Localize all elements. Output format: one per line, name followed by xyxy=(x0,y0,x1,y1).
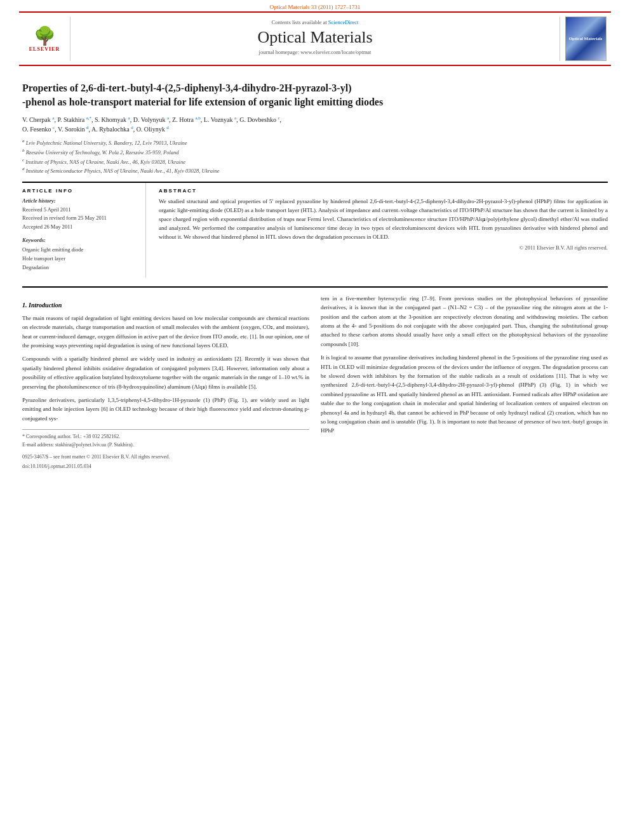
affiliation-a: a Lviv Polytechnic National University, … xyxy=(22,138,608,147)
journal-reference-bar: Optical Materials 33 (2011) 1727–1731 xyxy=(0,0,630,11)
intro-heading: 1. Introduction xyxy=(22,300,309,310)
right-para2: It is logical to assume that pyrazoline … xyxy=(321,353,608,436)
corresponding-author: * Corresponding author. Tel.: +38 032 25… xyxy=(22,433,309,441)
article-info-abstract-section: ARTICLE INFO Article history: Received 5… xyxy=(22,182,608,277)
affiliations: a Lviv Polytechnic National University, … xyxy=(22,138,608,175)
journal-cover-image: Optical Materials xyxy=(565,17,607,61)
keyword-2: Hole transport layer xyxy=(22,254,139,263)
article-history-label: Article history: xyxy=(22,197,139,204)
journal-cover-area: Optical Materials xyxy=(560,17,611,61)
journal-homepage: journal homepage: www.elsevier.com/locat… xyxy=(77,49,553,55)
body-left-col: 1. Introduction The main reasons of rapi… xyxy=(22,294,309,470)
affiliation-d: d Institute of Semiconductor Physics, NA… xyxy=(22,166,608,175)
intro-para1: The main reasons of rapid degradation of… xyxy=(22,314,309,350)
affiliation-b: b Rzeszów University of Technology, W. P… xyxy=(22,147,608,157)
body-right-col: tem in a five-member hyterocyclic ring [… xyxy=(321,294,608,470)
authors-line: V. Cherpak a, P. Stakhira a,*, S. Khomya… xyxy=(22,115,608,135)
abstract-col: ABSTRACT We studied structural and optic… xyxy=(156,183,608,277)
abstract-label: ABSTRACT xyxy=(159,188,608,194)
journal-title: Optical Materials xyxy=(77,28,553,47)
accepted-date: Accepted 26 May 2011 xyxy=(22,223,139,232)
journal-header-center: Contents lists available at ScienceDirec… xyxy=(70,17,560,61)
elsevier-logo-area: 🌳 ELSEVIER xyxy=(19,17,70,61)
abstract-copyright: © 2011 Elsevier B.V. All rights reserved… xyxy=(159,244,608,251)
keyword-3: Degradation xyxy=(22,263,139,272)
contents-line: Contents lists available at ScienceDirec… xyxy=(77,19,553,25)
email-line: E-mail address: stakhira@polynet.lviv.ua… xyxy=(22,441,309,450)
article-info-col: ARTICLE INFO Article history: Received 5… xyxy=(22,183,146,277)
elsevier-tree-icon: 🌳 xyxy=(34,25,56,46)
right-para1: tem in a five-member hyterocyclic ring [… xyxy=(321,294,608,349)
homepage-text: journal homepage: www.elsevier.com/locat… xyxy=(259,49,372,55)
journal-header: 🌳 ELSEVIER Contents lists available at S… xyxy=(19,11,611,66)
sciencedirect-link[interactable]: ScienceDirect xyxy=(328,19,359,25)
page: Optical Materials 33 (2011) 1727–1731 🌳 … xyxy=(0,0,630,840)
abstract-text: We studied structural and optical proper… xyxy=(159,197,608,242)
footnotes: * Corresponding author. Tel.: +38 032 25… xyxy=(22,429,309,470)
contents-text: Contents lists available at xyxy=(272,19,327,25)
intro-para2: Compounds with a spatially hindered phen… xyxy=(22,354,309,391)
cover-label: Optical Materials xyxy=(569,36,603,41)
article-info-label: ARTICLE INFO xyxy=(22,188,139,194)
keyword-1: Organic light emitting diode xyxy=(22,245,139,254)
keywords-label: Keywords: xyxy=(22,237,139,243)
body-two-col: 1. Introduction The main reasons of rapi… xyxy=(22,294,608,470)
copyright-footer: 0925-3467/$ – see front matter © 2011 El… xyxy=(22,453,309,462)
doi-line: doi:10.1016/j.optmat.2011.05.034 xyxy=(22,463,309,471)
received-date: Received 5 April 2011 xyxy=(22,206,139,215)
main-content: Properties of 2,6-di-tert.-butyl-4-(2,5-… xyxy=(0,66,630,477)
article-title: Properties of 2,6-di-tert.-butyl-4-(2,5-… xyxy=(22,81,608,110)
intro-para3: Pyrazoline derivatives, particularly 1,3… xyxy=(22,396,309,423)
journal-ref-text: Optical Materials 33 (2011) 1727–1731 xyxy=(270,4,361,10)
affiliation-c: c Institute of Physics, NAS of Ukraine, … xyxy=(22,157,608,166)
body-content: 1. Introduction The main reasons of rapi… xyxy=(22,286,608,470)
elsevier-label: ELSEVIER xyxy=(29,46,60,52)
revised-date: Received in revised form 25 May 2011 xyxy=(22,214,139,223)
